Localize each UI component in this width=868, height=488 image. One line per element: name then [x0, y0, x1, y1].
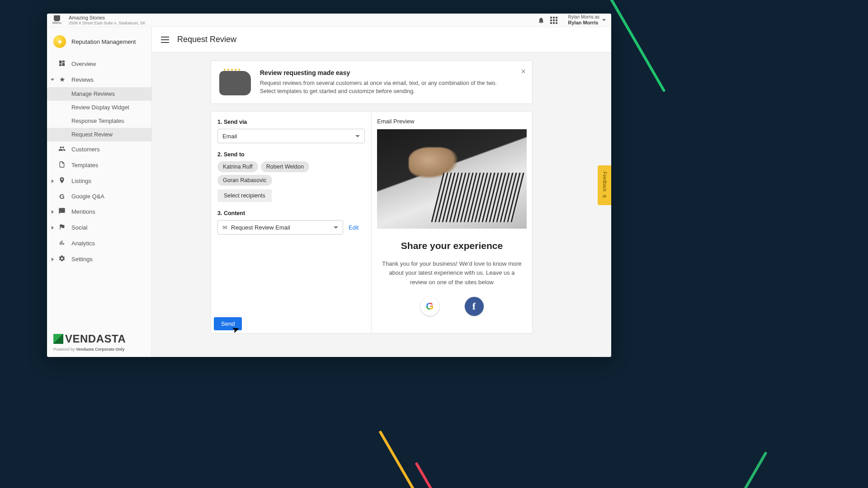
recipient-chip[interactable]: Goran Rabasovic [217, 175, 272, 186]
sidebar-footer: VENDASTA Powered by Vendasta Corporate O… [47, 327, 151, 357]
document-icon [58, 161, 66, 169]
app-window: Menu Amazing Stories 2508 8 Street East … [47, 14, 611, 357]
banner-illustration [219, 71, 251, 95]
preview-panel: Email Preview Share your experience Than… [372, 111, 533, 333]
nav-response-templates[interactable]: Response Templates [47, 114, 151, 128]
powered-by: Powered by Vendasta Corporate Only [53, 347, 145, 352]
nav-analytics[interactable]: Analytics [47, 235, 151, 251]
feedback-tab[interactable]: Feedback ✉ [598, 165, 611, 205]
step3-label: 3. Content [217, 210, 365, 216]
hamburger-icon[interactable] [161, 37, 169, 43]
step2-label: 2. Send to [217, 151, 365, 158]
nav-templates[interactable]: Templates [47, 157, 151, 173]
decoration [652, 451, 767, 488]
sidebar: ★ Reputation Management Overview ★Review… [47, 27, 152, 357]
decoration [415, 462, 507, 488]
flag-icon [58, 223, 66, 232]
page-title: Request Review [177, 35, 236, 44]
pin-icon [58, 177, 66, 185]
review-site-icons: G f [377, 297, 527, 316]
recipient-chip[interactable]: Katrina Ruff [217, 161, 258, 172]
chat-icon [58, 207, 66, 216]
vendasta-logo: VENDASTA [53, 333, 145, 345]
people-icon [58, 145, 66, 154]
user-menu[interactable]: Rylan Morris as Rylan Morris [568, 14, 606, 26]
panels: 1. Send via Email 2. Send to Katrina Ruf… [211, 111, 533, 333]
nav-mentions[interactable]: Mentions [47, 204, 151, 220]
preview-body: Thank you for your business! We'd love t… [377, 259, 527, 286]
step1-label: 1. Send via [217, 119, 365, 125]
info-banner: Review requesting made easy Request revi… [211, 61, 533, 104]
vendasta-mark-icon [53, 334, 63, 344]
content: Review requesting made easy Request revi… [152, 52, 611, 342]
google-icon: G [58, 192, 66, 200]
business-address: 2508 8 Street East Suite A, Saskatoon, S… [69, 21, 146, 25]
recipient-chip[interactable]: Robert Weldon [261, 161, 309, 172]
dashboard-icon [58, 60, 66, 68]
app-name: Reputation Management [71, 38, 136, 45]
nav-manage-reviews[interactable]: Manage Reviews [47, 87, 151, 101]
send-via-value: Email [222, 133, 237, 140]
preview-heading: Email Preview [377, 118, 527, 125]
user-as-label: Rylan Morris as [568, 14, 599, 20]
main: Request Review Review requesting made ea… [152, 27, 611, 357]
nav-google-qa[interactable]: GGoogle Q&A [47, 189, 151, 204]
form-panel: 1. Send via Email 2. Send to Katrina Ruf… [211, 111, 372, 333]
nav: Overview ★Reviews Manage Reviews Review … [47, 56, 151, 267]
preview-image [377, 129, 527, 229]
star-outline-icon: ★ [58, 75, 66, 84]
content-template-value: Request Review Email [231, 224, 290, 231]
nav-listings[interactable]: Listings [47, 173, 151, 189]
send-button[interactable]: Send [214, 317, 242, 330]
apps-icon[interactable] [547, 14, 560, 27]
user-name: Rylan Morris [568, 20, 599, 25]
google-review-icon[interactable]: G [420, 297, 439, 316]
nav-request-review[interactable]: Request Review [47, 128, 151, 141]
mail-icon: ✉ [222, 224, 227, 231]
select-recipients-button[interactable]: Select recipients [217, 189, 272, 202]
banner-title: Review requesting made easy [260, 69, 511, 76]
preview-title: Share your experience [377, 240, 527, 251]
close-icon[interactable]: × [521, 67, 526, 75]
nav-customers[interactable]: Customers [47, 141, 151, 157]
page-header: Request Review [152, 27, 611, 52]
recipient-chips: Katrina Ruff Robert Weldon Goran Rabasov… [217, 161, 365, 186]
app-title: ★ Reputation Management [47, 27, 151, 56]
business-name: Amazing Stories [69, 15, 146, 20]
nav-review-display-widget[interactable]: Review Display Widget [47, 101, 151, 114]
nav-reviews[interactable]: ★Reviews [47, 72, 151, 87]
nav-social[interactable]: Social [47, 220, 151, 235]
menu-label: Menu [52, 21, 61, 25]
content-template-select[interactable]: ✉ Request Review Email [217, 220, 343, 235]
menu-button[interactable]: Menu [52, 15, 61, 25]
topbar: Menu Amazing Stories 2508 8 Street East … [47, 14, 611, 27]
bell-icon[interactable] [535, 14, 547, 27]
chevron-down-icon [334, 226, 338, 229]
chevron-down-icon [355, 135, 360, 137]
edit-link[interactable]: Edit [349, 224, 359, 231]
nav-overview[interactable]: Overview [47, 56, 151, 72]
banner-body: Request reviews from several customers a… [260, 79, 511, 95]
chat-icon: ✉ [602, 194, 607, 199]
chevron-down-icon [602, 19, 606, 21]
business-block: Amazing Stories 2508 8 Street East Suite… [69, 15, 146, 25]
star-icon: ★ [53, 35, 66, 48]
facebook-review-icon[interactable]: f [465, 297, 484, 316]
chart-icon [58, 239, 66, 248]
nav-settings[interactable]: Settings [47, 251, 151, 267]
gear-icon [58, 255, 66, 263]
send-via-select[interactable]: Email [217, 129, 365, 143]
